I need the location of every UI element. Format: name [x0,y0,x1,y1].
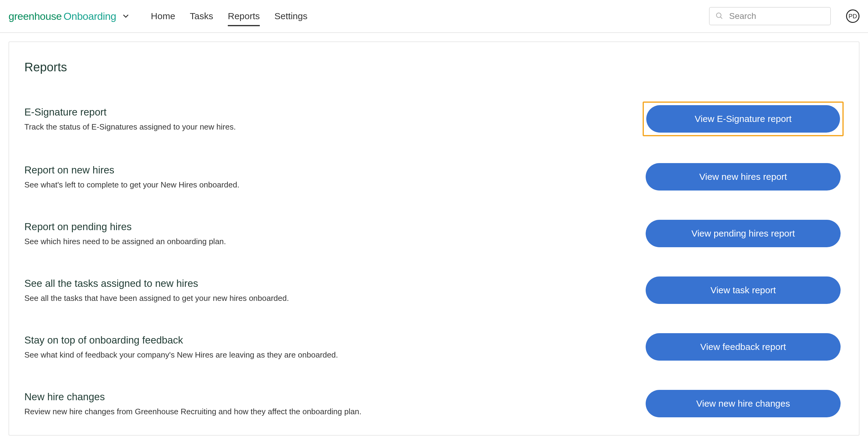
main-nav: Home Tasks Reports Settings [151,8,307,24]
reports-panel: Reports E-Signature reportTrack the stat… [8,41,860,436]
view-report-button[interactable]: View new hires report [646,163,841,190]
report-title: Report on new hires [24,164,643,176]
view-report-button[interactable]: View pending hires report [646,220,841,247]
brand-text-greenhouse: greenhouse [8,10,62,22]
nav-tasks[interactable]: Tasks [190,8,213,24]
report-title: See all the tasks assigned to new hires [24,278,643,289]
report-row: Report on pending hiresSee which hires n… [24,217,844,249]
report-title: E-Signature report [24,107,643,118]
chevron-down-icon[interactable] [122,12,130,21]
report-button-wrap: View new hires report [643,160,844,193]
brand-text-onboarding: Onboarding [64,10,116,22]
avatar-initials: PD [848,13,857,20]
search-icon [715,11,723,21]
report-description: See what's left to complete to get your … [24,180,643,189]
reports-list: E-Signature reportTrack the status of E-… [24,101,844,420]
nav-home[interactable]: Home [151,8,175,24]
nav-reports[interactable]: Reports [228,8,260,24]
search-input[interactable] [729,11,825,21]
page-body: Reports E-Signature reportTrack the stat… [0,33,868,442]
report-button-wrap: View new hire changes [643,387,844,420]
svg-line-1 [721,17,722,19]
report-description: Track the status of E-Signatures assigne… [24,122,643,132]
view-report-button[interactable]: View feedback report [646,333,841,361]
report-row: E-Signature reportTrack the status of E-… [24,101,844,136]
report-text: E-Signature reportTrack the status of E-… [24,107,643,132]
avatar[interactable]: PD [846,9,860,23]
report-text: See all the tasks assigned to new hiresS… [24,278,643,303]
report-description: See all the tasks that have been assigne… [24,294,643,303]
report-title: New hire changes [24,391,643,403]
report-button-wrap: View pending hires report [643,217,844,249]
report-description: See which hires need to be assigned an o… [24,237,643,246]
report-text: New hire changesReview new hire changes … [24,391,643,416]
nav-settings[interactable]: Settings [274,8,307,24]
report-button-wrap: View E-Signature report [643,101,844,136]
brand-logo[interactable]: greenhouse Onboarding [8,10,130,22]
top-navigation: greenhouse Onboarding Home Tasks Reports… [0,0,868,33]
report-description: See what kind of feedback your company's… [24,350,643,360]
report-button-wrap: View feedback report [643,331,844,363]
report-row: Stay on top of onboarding feedbackSee wh… [24,331,844,363]
report-title: Stay on top of onboarding feedback [24,334,643,346]
report-button-wrap: View task report [643,274,844,306]
view-report-button[interactable]: View task report [646,276,841,304]
search-container[interactable] [709,7,831,25]
report-text: Report on pending hiresSee which hires n… [24,221,643,246]
view-report-button[interactable]: View new hire changes [646,390,841,417]
report-text: Report on new hiresSee what's left to co… [24,164,643,189]
report-description: Review new hire changes from Greenhouse … [24,407,643,416]
report-title: Report on pending hires [24,221,643,233]
report-text: Stay on top of onboarding feedbackSee wh… [24,334,643,360]
report-row: Report on new hiresSee what's left to co… [24,160,844,193]
report-row: New hire changesReview new hire changes … [24,387,844,420]
report-row: See all the tasks assigned to new hiresS… [24,274,844,306]
view-report-button[interactable]: View E-Signature report [646,105,840,132]
page-title: Reports [24,60,844,74]
